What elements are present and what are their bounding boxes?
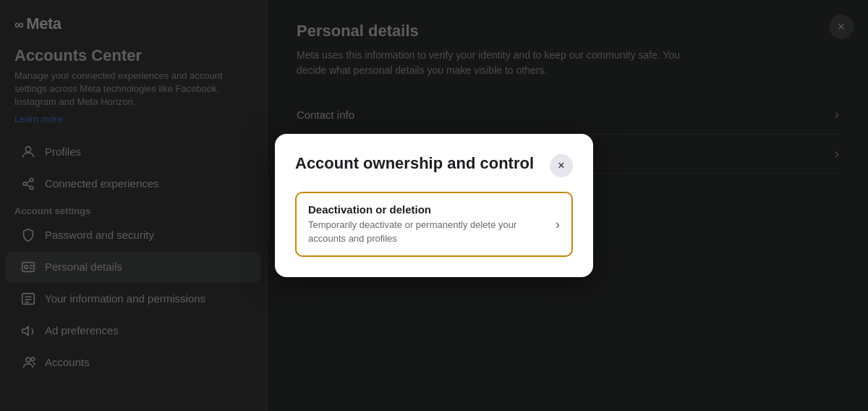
modal-title: Account ownership and control [295, 154, 550, 173]
modal-item-chevron-icon: › [556, 217, 560, 232]
modal-header: Account ownership and control × [295, 154, 573, 177]
modal-item-title: Deactivation or deletion [308, 203, 550, 216]
modal-overlay: Account ownership and control × Deactiva… [0, 0, 868, 411]
modal: Account ownership and control × Deactiva… [275, 134, 593, 276]
modal-item-content: Deactivation or deletion Temporarily dea… [308, 203, 550, 245]
modal-item-description: Temporarily deactivate or permanently de… [308, 219, 550, 245]
modal-deactivation-item[interactable]: Deactivation or deletion Temporarily dea… [295, 192, 573, 256]
modal-close-button[interactable]: × [550, 154, 573, 177]
